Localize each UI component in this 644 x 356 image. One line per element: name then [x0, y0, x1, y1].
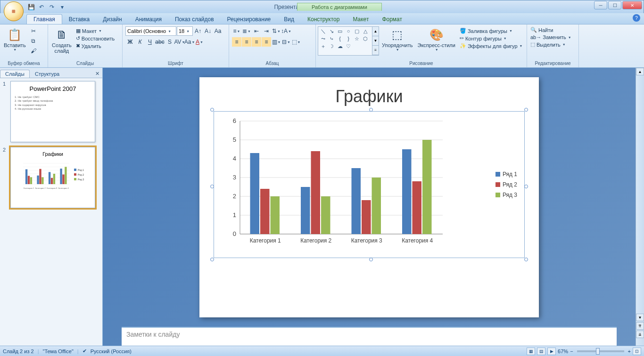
- increase-indent-icon[interactable]: ⇥: [262, 26, 271, 36]
- font-size-combo[interactable]: 18▼: [177, 26, 193, 36]
- panel-close-icon[interactable]: ✕: [92, 70, 102, 78]
- char-spacing-icon[interactable]: AV▼: [175, 37, 184, 47]
- smartart-icon[interactable]: ⬚▼: [291, 37, 301, 47]
- align-right-icon[interactable]: ≡: [252, 37, 261, 47]
- slideshow-view-icon[interactable]: ▶: [547, 348, 556, 355]
- columns-icon[interactable]: ▥▼: [272, 37, 281, 47]
- layout-button[interactable]: ▦ Макет ▼: [74, 27, 116, 34]
- spellcheck-icon[interactable]: ✔: [83, 348, 87, 354]
- underline-icon[interactable]: Ч: [145, 37, 155, 47]
- shape-cloud-icon[interactable]: ☁: [336, 43, 344, 49]
- shape-brace-icon[interactable]: {: [336, 35, 344, 42]
- office-button[interactable]: ⊞: [4, 1, 24, 21]
- slide-title[interactable]: Графики: [214, 87, 525, 106]
- shapes-down-icon[interactable]: ▼: [372, 36, 379, 46]
- italic-icon[interactable]: К: [135, 37, 145, 47]
- change-case-icon[interactable]: Aa▼: [185, 37, 194, 47]
- next-slide-icon[interactable]: ⇊: [636, 331, 644, 338]
- format-painter-icon[interactable]: 🖌: [29, 46, 38, 56]
- tab-design[interactable]: Дизайн: [96, 15, 128, 24]
- shrink-font-icon[interactable]: A↓: [203, 26, 213, 36]
- shape-line-icon[interactable]: ＼: [319, 28, 327, 34]
- shapes-up-icon[interactable]: ▲: [372, 27, 379, 36]
- shape-arrow-icon[interactable]: ↘: [328, 28, 335, 34]
- zoom-slider[interactable]: [577, 350, 624, 352]
- prev-slide-icon[interactable]: ⇈: [636, 322, 644, 330]
- zoom-in-icon[interactable]: +: [628, 348, 631, 354]
- grow-font-icon[interactable]: A↑: [193, 26, 203, 36]
- notes-pane[interactable]: Заметки к слайду: [122, 327, 617, 346]
- align-text-icon[interactable]: ⊟▼: [281, 37, 291, 47]
- line-spacing-icon[interactable]: ⇅▼: [272, 26, 281, 36]
- save-icon[interactable]: 💾: [27, 3, 35, 11]
- panel-tab-outline[interactable]: Структура: [30, 70, 65, 78]
- copy-icon[interactable]: ⧉: [29, 36, 38, 46]
- tab-chart-layout[interactable]: Макет: [346, 15, 375, 24]
- slide-count[interactable]: Слайд 2 из 2: [3, 348, 34, 354]
- shape-oval-icon[interactable]: ○: [345, 28, 352, 34]
- arrange-button[interactable]: ⬚ Упорядочить▼: [380, 26, 414, 52]
- zoom-level[interactable]: 67%: [558, 348, 568, 354]
- minimize-button[interactable]: ─: [594, 1, 607, 9]
- shapes-more-icon[interactable]: ≡: [372, 46, 379, 55]
- strike-icon[interactable]: abc: [155, 37, 165, 47]
- theme-name[interactable]: "Тема Office": [43, 348, 74, 354]
- reset-button[interactable]: ↺ Восстановить: [74, 35, 116, 42]
- shape-outline-button[interactable]: ✏ Контур фигуры ▼: [458, 35, 524, 42]
- slide-canvas[interactable]: Графики 0123456Категория 1Категория 2Кат…: [199, 77, 539, 317]
- font-family-combo[interactable]: Calibri (Основно▼: [125, 26, 176, 36]
- scroll-up-icon[interactable]: ▲: [636, 68, 644, 75]
- chart-object[interactable]: 0123456Категория 1Категория 2Категория 3…: [214, 111, 525, 258]
- select-button[interactable]: ⬚ Выделить ▼: [529, 41, 567, 48]
- tab-slideshow[interactable]: Показ слайдов: [168, 15, 221, 24]
- font-color-icon[interactable]: A▼: [195, 37, 204, 47]
- bullets-icon[interactable]: ≡▼: [232, 26, 241, 36]
- find-button[interactable]: 🔍 Найти: [529, 26, 554, 33]
- shape-brace2-icon[interactable]: }: [345, 35, 352, 42]
- shape-effects-button[interactable]: ✨ Эффекты для фигур ▼: [458, 42, 524, 49]
- tab-chart-format[interactable]: Формат: [375, 15, 409, 24]
- tab-chart-designer[interactable]: Конструктор: [301, 15, 346, 24]
- bold-icon[interactable]: Ж: [125, 37, 135, 47]
- decrease-indent-icon[interactable]: ⇤: [252, 26, 261, 36]
- shape-fill-button[interactable]: 🪣 Заливка фигуры ▼: [458, 27, 524, 34]
- thumbnail-1[interactable]: PowerPoint 2007 1. Не требует СМС 2. Не …: [10, 81, 95, 142]
- tab-review[interactable]: Рецензирование: [221, 15, 278, 24]
- vertical-scrollbar[interactable]: ▲ ▼ ⇈ ⇊: [636, 68, 644, 346]
- redo-icon[interactable]: ↷: [48, 3, 56, 11]
- delete-slide-button[interactable]: ✖ Удалить: [74, 42, 116, 49]
- qat-customize-icon[interactable]: ▾: [58, 3, 66, 11]
- clear-format-icon[interactable]: Aa: [213, 26, 223, 36]
- paste-button[interactable]: 📋 Вставить ▼: [2, 26, 28, 52]
- new-slide-button[interactable]: 🗎 Создать слайд: [50, 26, 74, 55]
- replace-button[interactable]: ab→ Заменить ▼: [529, 34, 573, 40]
- shape-rrect-icon[interactable]: ▢: [353, 28, 361, 34]
- shape-connector-icon[interactable]: ⤷: [328, 35, 335, 42]
- shape-rect-icon[interactable]: ▭: [336, 28, 344, 34]
- shape-tri-icon[interactable]: △: [362, 28, 369, 34]
- tab-home[interactable]: Главная: [26, 14, 62, 24]
- numbering-icon[interactable]: ≣▼: [242, 26, 251, 36]
- align-center-icon[interactable]: ≡: [242, 37, 251, 47]
- help-icon[interactable]: ?: [633, 14, 640, 22]
- shape-hex-icon[interactable]: ⬡: [362, 35, 369, 42]
- tab-view[interactable]: Вид: [277, 15, 301, 24]
- text-direction-icon[interactable]: ↕A▼: [281, 26, 291, 36]
- tab-insert[interactable]: Вставка: [62, 15, 97, 24]
- maximize-button[interactable]: ☐: [608, 1, 621, 9]
- thumbnail-2[interactable]: Графики Ряд 1Ряд 2Ряд 3Категория 1Катего…: [10, 147, 95, 208]
- zoom-out-icon[interactable]: −: [570, 348, 573, 354]
- shape-curve-icon[interactable]: ⤳: [319, 35, 327, 42]
- scroll-down-icon[interactable]: ▼: [636, 314, 644, 321]
- shape-moon-icon[interactable]: ☽: [328, 43, 335, 49]
- shape-heart-icon[interactable]: ♡: [345, 43, 352, 49]
- shape-plus-icon[interactable]: ＋: [319, 43, 327, 49]
- shadow-icon[interactable]: S: [165, 37, 174, 47]
- panel-tab-slides[interactable]: Слайды: [0, 70, 30, 78]
- language-indicator[interactable]: Русский (Россия): [91, 348, 132, 354]
- sorter-view-icon[interactable]: ▤: [537, 348, 545, 355]
- normal-view-icon[interactable]: ▦: [527, 348, 535, 355]
- justify-icon[interactable]: ≡: [262, 37, 271, 47]
- quick-styles-button[interactable]: 🎨 Экспресс-стили▼: [415, 26, 457, 52]
- close-button[interactable]: ✕: [622, 1, 642, 9]
